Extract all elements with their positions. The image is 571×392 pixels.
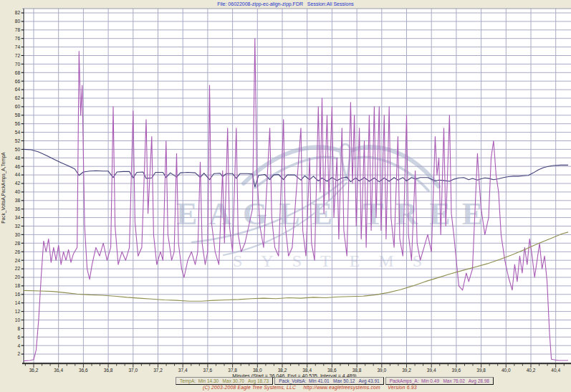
svg-text:38,0: 38,0 bbox=[253, 368, 262, 373]
svg-text:80: 80 bbox=[15, 19, 21, 24]
file-session-title: File: 06022008-zipp-ec-align-zipp.FDR Se… bbox=[0, 0, 571, 8]
svg-text:40,4: 40,4 bbox=[551, 368, 560, 373]
svg-text:50: 50 bbox=[15, 147, 21, 152]
svg-text:34: 34 bbox=[15, 215, 21, 220]
svg-text:37,4: 37,4 bbox=[178, 368, 188, 373]
svg-text:82: 82 bbox=[15, 10, 21, 15]
chart-canvas[interactable]: EAGLE TREESYSTEMS36,236,436,636,837,037,… bbox=[0, 0, 571, 392]
svg-text:16: 16 bbox=[15, 292, 21, 297]
svg-text:39,6: 39,6 bbox=[452, 368, 461, 373]
svg-text:70: 70 bbox=[15, 62, 21, 67]
svg-text:30: 30 bbox=[15, 232, 21, 237]
svg-text:64: 64 bbox=[15, 87, 21, 92]
svg-text:32: 32 bbox=[15, 224, 21, 229]
svg-text:42: 42 bbox=[15, 181, 21, 186]
svg-text:52: 52 bbox=[15, 138, 21, 143]
svg-text:48: 48 bbox=[15, 156, 21, 161]
svg-text:62: 62 bbox=[15, 95, 21, 100]
y-axis-title: Pack_VoltsA,PackAmps_A,TempA bbox=[1, 152, 6, 224]
svg-text:37,0: 37,0 bbox=[128, 368, 138, 373]
svg-text:38: 38 bbox=[15, 198, 21, 203]
svg-text:36: 36 bbox=[15, 206, 21, 211]
svg-text:40: 40 bbox=[15, 189, 21, 194]
svg-text:56: 56 bbox=[15, 121, 21, 126]
svg-text:36,2: 36,2 bbox=[29, 368, 39, 373]
status-temp-stats: TempA: Min 14.30 Max 30.70 Avg 18.73 bbox=[176, 377, 273, 385]
svg-text:78: 78 bbox=[15, 27, 21, 32]
svg-text:60: 60 bbox=[15, 104, 21, 109]
svg-text:28: 28 bbox=[15, 241, 21, 246]
svg-text:58: 58 bbox=[15, 113, 21, 118]
svg-text:39,4: 39,4 bbox=[427, 368, 436, 373]
svg-text:38,4: 38,4 bbox=[302, 368, 312, 373]
svg-text:8: 8 bbox=[17, 326, 20, 331]
svg-text:36,6: 36,6 bbox=[79, 368, 88, 373]
svg-text:40,0: 40,0 bbox=[502, 368, 511, 373]
svg-text:2: 2 bbox=[17, 351, 20, 356]
watermark-subtitle: SYSTEMS bbox=[233, 252, 441, 270]
svg-text:46: 46 bbox=[15, 164, 21, 169]
svg-text:39,2: 39,2 bbox=[402, 368, 411, 373]
copyright-line: (C) 2003-2008 Eagle Tree Systems, LLC ht… bbox=[203, 385, 417, 390]
svg-text:76: 76 bbox=[15, 36, 21, 41]
svg-text:10: 10 bbox=[15, 317, 21, 322]
svg-text:18: 18 bbox=[15, 283, 21, 288]
svg-text:37,2: 37,2 bbox=[153, 368, 163, 373]
svg-text:68: 68 bbox=[15, 70, 21, 75]
svg-text:54: 54 bbox=[15, 130, 21, 135]
app-window: EAGLE TREESYSTEMS36,236,436,636,837,037,… bbox=[0, 0, 571, 392]
svg-text:39,0: 39,0 bbox=[377, 368, 386, 373]
svg-text:72: 72 bbox=[15, 53, 21, 58]
svg-text:38,6: 38,6 bbox=[327, 368, 337, 373]
svg-text:22: 22 bbox=[15, 266, 21, 271]
svg-text:44: 44 bbox=[15, 172, 21, 177]
svg-text:38,2: 38,2 bbox=[278, 368, 287, 373]
svg-text:4: 4 bbox=[17, 343, 20, 348]
svg-text:26: 26 bbox=[15, 249, 21, 254]
svg-text:40,2: 40,2 bbox=[527, 368, 536, 373]
svg-text:20: 20 bbox=[15, 274, 21, 279]
x-axis-ticks: 36,236,436,636,837,037,237,437,637,838,0… bbox=[25, 364, 564, 373]
svg-text:66: 66 bbox=[15, 79, 21, 84]
svg-text:12: 12 bbox=[15, 309, 21, 314]
status-bar: TempA: Min 14.30 Max 30.70 Avg 18.73 Pac… bbox=[176, 377, 494, 385]
svg-text:14: 14 bbox=[15, 300, 21, 305]
status-volts-stats: Pack_VoltsA: Min 41.01 Max 50.12 Avg 43.… bbox=[274, 377, 383, 385]
svg-text:38,8: 38,8 bbox=[352, 368, 362, 373]
svg-text:39,8: 39,8 bbox=[476, 368, 486, 373]
svg-text:24: 24 bbox=[15, 258, 21, 263]
status-amps-stats: PackAmps_A: Min 0.49 Max 76.02 Avg 28.98 bbox=[385, 377, 494, 385]
svg-text:74: 74 bbox=[15, 44, 21, 49]
svg-text:6: 6 bbox=[17, 335, 20, 340]
svg-text:37,6: 37,6 bbox=[203, 368, 213, 373]
svg-text:36,4: 36,4 bbox=[54, 368, 63, 373]
svg-text:37,8: 37,8 bbox=[228, 368, 237, 373]
svg-text:36,8: 36,8 bbox=[104, 368, 113, 373]
